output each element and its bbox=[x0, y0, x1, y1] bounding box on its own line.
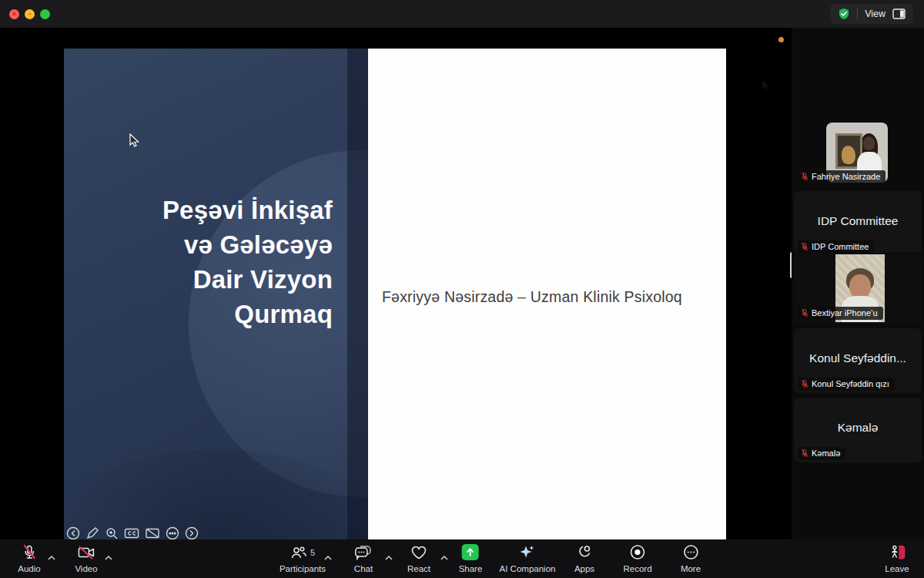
apps-icon bbox=[576, 544, 593, 560]
remote-cursor bbox=[129, 133, 141, 152]
screen-off-icon[interactable] bbox=[145, 526, 160, 539]
fullscreen-button[interactable] bbox=[40, 9, 50, 19]
leave-label: Leave bbox=[885, 564, 909, 573]
participants-count: 5 bbox=[310, 548, 315, 557]
more-label: More bbox=[681, 564, 701, 573]
record-button[interactable]: Record bbox=[623, 544, 651, 573]
notification-dot bbox=[778, 37, 784, 42]
participant-tile[interactable]: Kəmalə Kəmalə bbox=[794, 398, 922, 462]
close-button[interactable]: × bbox=[9, 9, 19, 19]
shared-screen-stage: Peşəvi İnkişaf və Gələcəyə Dair Vizyon Q… bbox=[0, 28, 792, 539]
chat-icon bbox=[354, 544, 373, 560]
participant-display-name: Kəmalə bbox=[794, 421, 922, 435]
ai-sparkle-icon bbox=[518, 544, 537, 560]
share-label: Share bbox=[459, 564, 483, 573]
muted-mic-icon bbox=[801, 242, 808, 251]
muted-mic-icon bbox=[22, 544, 37, 560]
participant-name: Konul Seyfəddin qızı bbox=[812, 379, 889, 388]
participants-options-chevron[interactable] bbox=[324, 549, 332, 563]
participant-tile[interactable]: IDP Committee IDP Committee bbox=[794, 191, 922, 253]
participant-name: Kəmalə bbox=[812, 449, 840, 458]
audio-options-chevron[interactable] bbox=[48, 549, 55, 563]
slide-presenter-controls bbox=[66, 526, 199, 539]
muted-mic-icon bbox=[801, 308, 808, 318]
participant-name-badge: Kəmalə bbox=[798, 447, 845, 460]
slide-title-panel: Peşəvi İnkişaf və Gələcəyə Dair Vizyon Q… bbox=[64, 49, 368, 539]
leave-button[interactable]: Leave bbox=[885, 544, 909, 573]
titlebar-divider bbox=[857, 8, 858, 19]
participant-name-badge: IDP Committee bbox=[798, 240, 874, 254]
more-options-icon[interactable] bbox=[166, 526, 179, 539]
muted-mic-icon bbox=[801, 449, 808, 458]
camera-off-icon bbox=[77, 544, 95, 560]
participant-name-badge: Bextiyar iPhone’u bbox=[798, 307, 883, 320]
view-button-label[interactable]: View bbox=[865, 8, 886, 19]
security-shield-icon[interactable] bbox=[838, 8, 850, 20]
video-button[interactable]: Video bbox=[75, 544, 97, 573]
slide-decor-strip bbox=[347, 49, 368, 539]
more-button[interactable]: More bbox=[681, 544, 701, 573]
presenter-cursor bbox=[761, 79, 771, 95]
zoom-meeting-window: × − View Peşəvi İnkişaf və Gələcəyə bbox=[0, 0, 924, 578]
react-button[interactable]: React bbox=[407, 544, 430, 573]
pen-icon[interactable] bbox=[85, 526, 99, 539]
slide-title-line: və Gələcəyə bbox=[79, 227, 333, 262]
share-button[interactable]: Share bbox=[459, 544, 483, 573]
chat-label: Chat bbox=[354, 564, 373, 573]
participant-tile[interactable]: Konul Seyfəddin... Konul Seyfəddin qızı bbox=[794, 328, 922, 393]
slide-title-line: Qurmaq bbox=[79, 297, 333, 331]
muted-mic-icon bbox=[801, 172, 808, 181]
slide-title-line: Dair Vizyon bbox=[79, 262, 333, 297]
participants-button[interactable]: 5 Participants bbox=[280, 544, 326, 573]
participant-name: Bextiyar iPhone’u bbox=[812, 308, 878, 318]
participant-name: IDP Committee bbox=[812, 242, 869, 251]
closed-captions-icon[interactable] bbox=[124, 526, 139, 539]
record-icon bbox=[629, 544, 645, 560]
ai-companion-button[interactable]: AI Companion bbox=[500, 544, 556, 573]
participants-sidebar: Fahriye Nasirzade IDP Committee IDP Comm… bbox=[792, 28, 924, 539]
titlebar: × − View bbox=[0, 0, 924, 28]
audio-label: Audio bbox=[18, 564, 40, 573]
participant-tile[interactable]: Fahriye Nasirzade bbox=[794, 119, 922, 188]
react-options-chevron[interactable] bbox=[440, 549, 448, 563]
heart-icon bbox=[410, 544, 427, 560]
slide-title: Peşəvi İnkişaf və Gələcəyə Dair Vizyon Q… bbox=[79, 193, 333, 331]
participants-label: Participants bbox=[280, 564, 326, 573]
minimize-button[interactable]: − bbox=[25, 9, 35, 19]
view-layout-icon[interactable] bbox=[892, 8, 906, 19]
participant-display-name: Konul Seyfəddin... bbox=[794, 351, 922, 365]
more-icon bbox=[682, 544, 698, 560]
participant-name-badge: Konul Seyfəddin qızı bbox=[798, 378, 895, 391]
meeting-toolbar: Audio Video 5 Participants Chat bbox=[0, 539, 924, 578]
ai-companion-label: AI Companion bbox=[500, 564, 556, 573]
prev-slide-icon[interactable] bbox=[66, 526, 80, 539]
zoom-magnifier-icon[interactable] bbox=[105, 526, 119, 539]
leave-icon bbox=[888, 544, 906, 560]
participant-name-badge: Fahriye Nasirzade bbox=[798, 170, 886, 183]
apps-button[interactable]: Apps bbox=[574, 544, 594, 573]
participants-icon bbox=[290, 545, 307, 560]
slide-body-panel: Fəxriyyə Nəsirzadə – Uzman Klinik Psixol… bbox=[368, 49, 726, 539]
muted-mic-icon bbox=[801, 379, 808, 388]
slide-presenter-name: Fəxriyyə Nəsirzadə – Uzman Klinik Psixol… bbox=[382, 288, 682, 306]
slide-title-line: Peşəvi İnkişaf bbox=[79, 193, 333, 227]
react-label: React bbox=[407, 564, 430, 573]
presentation-slide: Peşəvi İnkişaf və Gələcəyə Dair Vizyon Q… bbox=[64, 49, 726, 539]
participant-name: Fahriye Nasirzade bbox=[812, 172, 880, 181]
participant-display-name: IDP Committee bbox=[794, 214, 922, 228]
record-label: Record bbox=[623, 564, 651, 573]
apps-label: Apps bbox=[574, 564, 594, 573]
share-screen-icon bbox=[462, 544, 479, 560]
chat-options-chevron[interactable] bbox=[385, 549, 393, 563]
next-slide-icon[interactable] bbox=[185, 526, 199, 539]
participant-tile[interactable]: Bextiyar iPhone’u bbox=[794, 254, 922, 324]
video-label: Video bbox=[75, 564, 97, 573]
titlebar-right-controls: View bbox=[830, 4, 913, 24]
audio-button[interactable]: Audio bbox=[18, 544, 40, 573]
chat-button[interactable]: Chat bbox=[354, 544, 373, 573]
video-options-chevron[interactable] bbox=[105, 549, 112, 563]
